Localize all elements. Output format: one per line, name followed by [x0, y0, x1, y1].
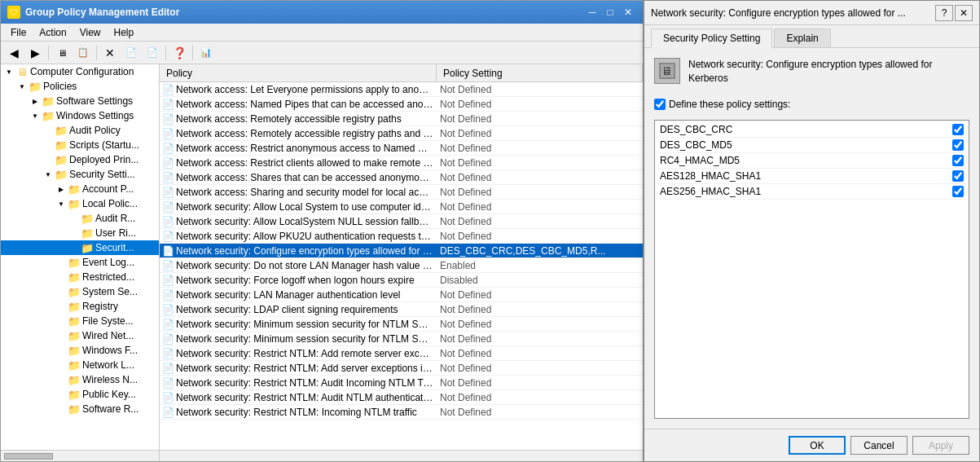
list-row[interactable]: 📄 Network access: Named Pipes that can b…	[160, 97, 643, 112]
list-panel: Policy Policy Setting 📄 Network access: …	[160, 64, 643, 450]
expander-system-se	[55, 285, 68, 298]
tree-item-public-key[interactable]: 📁 Public Key...	[1, 387, 159, 402]
list-row[interactable]: 📄 Network access: Shares that can be acc…	[160, 170, 643, 185]
list-row[interactable]: 📄 Network access: Sharing and security m…	[160, 185, 643, 200]
properties-button[interactable]: 📄	[121, 44, 141, 62]
encryption-list[interactable]: DES_CBC_CRC DES_CBC_MD5 RC4_HMAC_MD5 AES…	[654, 120, 969, 419]
policy-description-box: 🖥 Network security: Configure encryption…	[654, 58, 969, 86]
list-row[interactable]: 📄 Network security: Allow PKU2U authenti…	[160, 229, 643, 244]
h-scroll-left[interactable]	[1, 451, 160, 461]
tree-item-user-r[interactable]: 📁 User Ri...	[1, 226, 159, 240]
maximize-button[interactable]: □	[602, 5, 618, 20]
enc-item-0: DES_CBC_CRC	[657, 122, 967, 138]
policy-cell-1: Network access: Named Pipes that can be …	[176, 99, 437, 110]
tree-item-deployed-printers[interactable]: 📁 Deployed Prin...	[1, 152, 159, 167]
list-row[interactable]: 📄 Network security: Allow Local System t…	[160, 200, 643, 214]
list-row[interactable]: 📄 Network security: Minimum session secu…	[160, 317, 643, 332]
tree-item-wired-net[interactable]: 📁 Wired Net...	[1, 328, 159, 343]
tree-item-file-system[interactable]: 📁 File Syste...	[1, 314, 159, 328]
list-row[interactable]: 📄 Network security: Restrict NTLM: Add r…	[160, 346, 643, 361]
col-header-policy[interactable]: Policy	[160, 64, 437, 81]
enc-checkbox-2[interactable]	[952, 155, 964, 166]
tree-item-event-log[interactable]: 📁 Event Log...	[1, 255, 159, 270]
tree-scroll[interactable]: ▼ 🖥 Computer Configuration ▼ 📁 Policies …	[1, 64, 159, 450]
back-button[interactable]: ◀	[4, 44, 24, 62]
folder-icon-security: 📁	[81, 241, 94, 254]
tree-item-network-list[interactable]: 📁 Network L...	[1, 358, 159, 372]
list-row[interactable]: 📄 Network access: Remotely accessible re…	[160, 126, 643, 141]
row-icon-20: 📄	[160, 376, 176, 390]
tree-item-security-settings[interactable]: ▼ 📁 Security Setti...	[1, 167, 159, 182]
list-row[interactable]: 📄 Network security: Configure encryption…	[160, 244, 643, 258]
list-row[interactable]: 📄 Network security: LDAP client signing …	[160, 302, 643, 317]
col-header-setting[interactable]: Policy Setting	[437, 64, 643, 81]
enc-checkbox-0[interactable]	[952, 124, 964, 135]
list-row[interactable]: 📄 Network access: Restrict clients allow…	[160, 156, 643, 170]
list-row[interactable]: 📄 Network security: Do not store LAN Man…	[160, 258, 643, 273]
list-row[interactable]: 📄 Network security: Restrict NTLM: Audit…	[160, 390, 643, 405]
tree-item-security[interactable]: 📁 Securit...	[1, 240, 159, 255]
row-icon-2: 📄	[160, 112, 176, 126]
tree-item-windows-settings[interactable]: ▼ 📁 Windows Settings	[1, 108, 159, 123]
help-button[interactable]: ❓	[169, 44, 189, 62]
menu-action[interactable]: Action	[33, 25, 73, 40]
list-body[interactable]: 📄 Network access: Let Everyone permissio…	[160, 82, 643, 450]
policy-cell-19: Network security: Restrict NTLM: Add ser…	[176, 363, 437, 374]
tree-item-computer-config[interactable]: ▼ 🖥 Computer Configuration	[1, 64, 159, 79]
list-row[interactable]: 📄 Network security: Restrict NTLM: Incom…	[160, 405, 643, 420]
tree-item-scripts[interactable]: 📁 Scripts (Startu...	[1, 138, 159, 152]
tree-item-registry[interactable]: 📁 Registry	[1, 299, 159, 314]
view-button[interactable]: 📊	[196, 44, 216, 62]
list-row[interactable]: 📄 Network security: Allow LocalSystem NU…	[160, 214, 643, 229]
tree-item-software-r[interactable]: 📁 Software R...	[1, 402, 159, 416]
tab-explain[interactable]: Explain	[774, 29, 830, 47]
h-scroll-thumb[interactable]	[4, 453, 53, 460]
minimize-button[interactable]: ─	[584, 5, 600, 20]
tree-item-system-se[interactable]: 📁 System Se...	[1, 284, 159, 299]
tree-item-restricted[interactable]: 📁 Restricted...	[1, 270, 159, 284]
tree-item-local-policy[interactable]: ▼ 📁 Local Polic...	[1, 196, 159, 211]
show-hide-button[interactable]: 🖥	[52, 44, 72, 62]
forward-button[interactable]: ▶	[25, 44, 45, 62]
tree-item-windows-firewall[interactable]: 📁 Windows F...	[1, 343, 159, 358]
policy-title-text: Network security: Configure encryption t…	[688, 58, 969, 86]
list-row[interactable]: 📄 Network security: Minimum session secu…	[160, 332, 643, 346]
cancel-button[interactable]: Cancel	[850, 436, 907, 455]
enc-checkbox-4[interactable]	[952, 186, 964, 197]
list-row[interactable]: 📄 Network access: Remotely accessible re…	[160, 112, 643, 126]
folder-icon-account-policy: 📁	[68, 183, 81, 196]
dialog-close-button[interactable]: ✕	[955, 5, 973, 21]
folder-icon-restricted: 📁	[68, 271, 81, 284]
properties2-button[interactable]: 📄	[143, 44, 162, 62]
delete-button[interactable]: ✕	[100, 44, 120, 62]
list-row[interactable]: 📄 Network security: Restrict NTLM: Add s…	[160, 361, 643, 376]
define-checkbox-label[interactable]: Define these policy settings:	[669, 99, 790, 110]
folder-icon-scripts: 📁	[55, 139, 68, 152]
enc-checkbox-3[interactable]	[952, 170, 964, 182]
tree-item-audit-r[interactable]: 📁 Audit R...	[1, 211, 159, 226]
enc-item-3: AES128_HMAC_SHA1	[657, 169, 967, 184]
menu-file[interactable]: File	[4, 25, 33, 40]
list-row[interactable]: 📄 Network access: Restrict anonymous acc…	[160, 141, 643, 156]
list-row[interactable]: 📄 Network access: Let Everyone permissio…	[160, 82, 643, 97]
apply-button[interactable]: Apply	[912, 436, 969, 455]
folder-icon-file-system: 📁	[68, 315, 81, 328]
menu-help[interactable]: Help	[108, 25, 141, 40]
list-row[interactable]: 📄 Network security: LAN Manager authenti…	[160, 288, 643, 302]
tab-security-policy[interactable]: Security Policy Setting	[651, 29, 772, 48]
list-row[interactable]: 📄 Network security: Force logoff when lo…	[160, 273, 643, 288]
tree-item-software-settings[interactable]: ▶ 📁 Software Settings	[1, 94, 159, 108]
tree-item-wireless-n[interactable]: 📁 Wireless N...	[1, 372, 159, 387]
close-button[interactable]: ✕	[620, 5, 636, 20]
dialog-help-button[interactable]: ?	[935, 5, 953, 21]
define-checkbox[interactable]	[654, 99, 666, 110]
tree-item-audit-policy[interactable]: 📁 Audit Policy	[1, 123, 159, 138]
tree-label-policies: Policies	[43, 81, 77, 92]
enc-checkbox-1[interactable]	[952, 139, 964, 151]
new-window-button[interactable]: 📋	[73, 44, 93, 62]
menu-view[interactable]: View	[73, 25, 108, 40]
tree-item-account-policy[interactable]: ▶ 📁 Account P...	[1, 182, 159, 196]
ok-button[interactable]: OK	[789, 436, 846, 455]
tree-item-policies[interactable]: ▼ 📁 Policies	[1, 79, 159, 94]
list-row[interactable]: 📄 Network security: Restrict NTLM: Audit…	[160, 376, 643, 390]
